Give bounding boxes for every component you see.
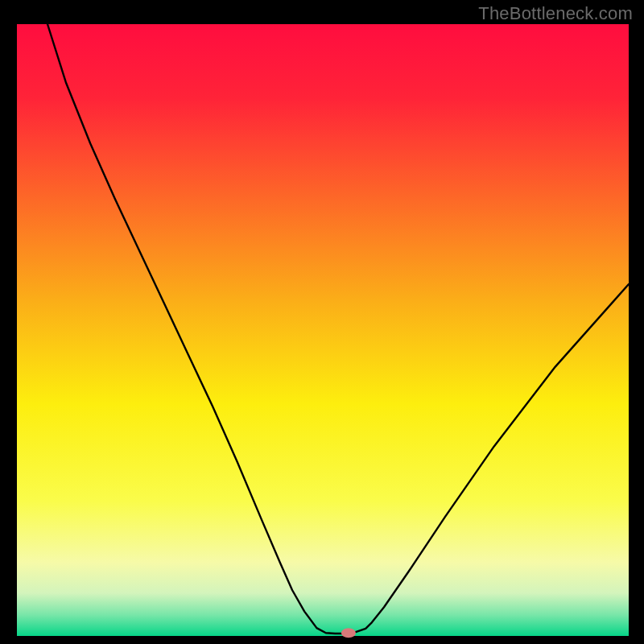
plot-background <box>17 24 629 636</box>
sweet-spot-marker <box>341 628 356 638</box>
bottleneck-chart <box>0 0 644 644</box>
watermark-text: TheBottleneck.com <box>478 3 633 24</box>
chart-frame: TheBottleneck.com <box>0 0 644 644</box>
